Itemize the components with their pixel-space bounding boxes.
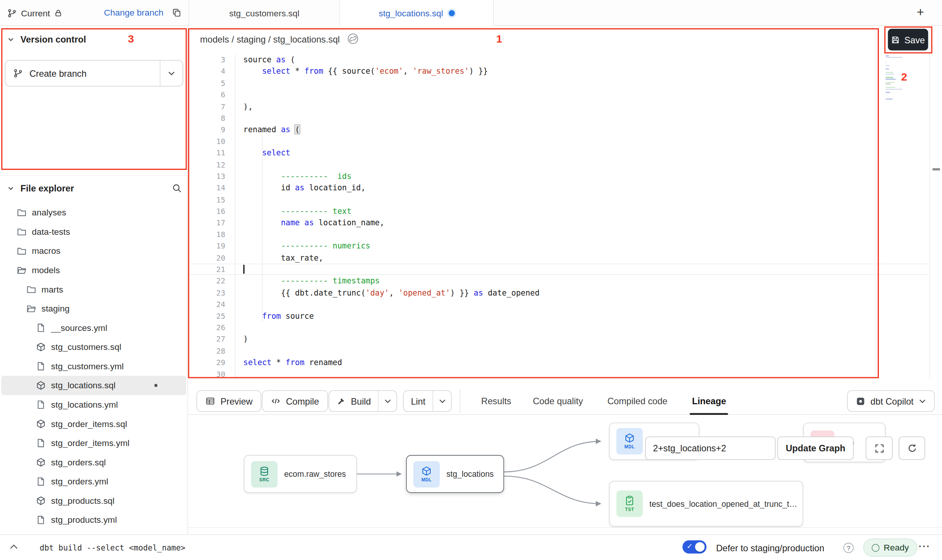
code-line-14[interactable]: 14 id as location_id, bbox=[188, 182, 929, 194]
defer-toggle[interactable]: ✓ bbox=[682, 540, 706, 554]
lineage-selector-input[interactable] bbox=[645, 437, 775, 460]
change-branch-link[interactable]: Change branch bbox=[104, 8, 163, 17]
search-icon[interactable] bbox=[172, 183, 182, 193]
file-item-stg-locations-sql[interactable]: stg_locations.sql bbox=[1, 376, 186, 395]
file-item-data-tests[interactable]: data-tests bbox=[1, 222, 186, 242]
code-line-20[interactable]: 20 tax_rate, bbox=[188, 252, 929, 264]
lineage-node-ecom-raw-stores[interactable]: SRC ecom.raw_stores bbox=[244, 455, 357, 493]
code-line-5[interactable]: 5 bbox=[188, 78, 929, 89]
fullscreen-button[interactable] bbox=[866, 437, 893, 460]
file-item-models[interactable]: models bbox=[1, 261, 186, 280]
file-item-sources-yml[interactable]: __sources.yml bbox=[1, 318, 186, 338]
create-branch-button[interactable]: Create branch bbox=[5, 60, 183, 87]
file-item-stg-products-yml[interactable]: stg_products.yml bbox=[1, 510, 186, 530]
code-line-8[interactable]: 8 bbox=[188, 112, 929, 124]
file-item-stg-locations-yml[interactable]: stg_locations.yml bbox=[1, 395, 186, 414]
file-item-stg-customers-yml[interactable]: stg_customers.yml bbox=[1, 357, 186, 376]
file-item-staging[interactable]: staging bbox=[1, 299, 186, 318]
line-number: 25 bbox=[188, 310, 225, 322]
code-line-24[interactable]: 24 bbox=[188, 299, 929, 310]
line-content: ---------- timestamps bbox=[225, 275, 380, 287]
file-item-stg-orders-yml[interactable]: stg_orders.yml bbox=[1, 472, 186, 491]
file-item-label: stg_customers.yml bbox=[51, 361, 124, 371]
new-tab-button[interactable]: + bbox=[917, 5, 924, 19]
copy-link-icon[interactable] bbox=[347, 33, 358, 44]
tab-stg-customers-sql[interactable]: stg_customers.sql bbox=[189, 0, 340, 26]
model-icon bbox=[36, 496, 46, 505]
file-item-marts[interactable]: marts bbox=[1, 280, 186, 299]
version-control-header[interactable]: Version control bbox=[7, 34, 86, 44]
save-button[interactable]: Save bbox=[888, 29, 928, 51]
line-content: select * from renamed bbox=[225, 357, 342, 369]
preview-button[interactable]: Preview bbox=[197, 390, 262, 412]
current-branch-indicator[interactable]: Current bbox=[7, 0, 63, 26]
code-line-21[interactable]: 21 bbox=[188, 264, 929, 275]
code-line-29[interactable]: 29select * from renamed bbox=[188, 357, 929, 369]
file-item-stg-products-sql[interactable]: stg_products.sql bbox=[1, 491, 186, 511]
tab-compiled-code[interactable]: Compiled code bbox=[607, 395, 668, 406]
code-line-15[interactable]: 15 bbox=[188, 194, 929, 206]
code-line-3[interactable]: 3source as ( bbox=[188, 54, 929, 66]
file-item-stg-order-items-yml[interactable]: stg_order_items.yml bbox=[1, 433, 186, 453]
code-line-30[interactable]: 30 bbox=[188, 369, 929, 380]
refresh-graph-button[interactable] bbox=[899, 437, 925, 460]
file-item-analyses[interactable]: analyses bbox=[1, 203, 186, 222]
build-button[interactable]: Build bbox=[329, 391, 379, 411]
copy-icon[interactable] bbox=[172, 8, 181, 17]
tab-stg-locations-sql[interactable]: stg_locations.sql bbox=[340, 0, 494, 26]
create-branch-dropdown[interactable] bbox=[160, 61, 182, 86]
chevron-down-icon bbox=[168, 71, 174, 75]
lineage-node-test-opened-at[interactable]: TST test_does_location_opened_at_trunc_t… bbox=[609, 481, 803, 527]
line-number: 5 bbox=[188, 78, 225, 89]
tab-lineage[interactable]: Lineage bbox=[692, 395, 726, 406]
code-line-17[interactable]: 17 name as location_name, bbox=[188, 217, 929, 229]
minimap-line bbox=[885, 87, 895, 88]
code-line-26[interactable]: 26 bbox=[188, 322, 929, 334]
dbt-copilot-button[interactable]: dbt Copilot bbox=[847, 390, 934, 412]
lint-dropdown[interactable] bbox=[433, 391, 451, 411]
collapse-panel-chevron-up-icon[interactable] bbox=[10, 544, 18, 549]
update-graph-button[interactable]: Update Graph bbox=[777, 437, 854, 460]
file-item-label: analyses bbox=[32, 208, 66, 217]
build-dropdown[interactable] bbox=[379, 391, 396, 411]
lint-button[interactable]: Lint bbox=[404, 391, 433, 411]
code-line-27[interactable]: 27) bbox=[188, 334, 929, 345]
compile-button[interactable]: Compile bbox=[262, 390, 328, 412]
code-line-6[interactable]: 6 bbox=[188, 89, 929, 101]
code-editor[interactable]: 3source as (4 select * from {{ source('e… bbox=[188, 54, 929, 380]
help-icon[interactable]: ? bbox=[844, 543, 854, 553]
line-number: 6 bbox=[188, 89, 225, 101]
code-line-9[interactable]: 9renamed as ( bbox=[188, 124, 929, 136]
code-line-19[interactable]: 19 ---------- numerics bbox=[188, 240, 929, 252]
file-item-label: macros bbox=[32, 246, 60, 256]
code-line-13[interactable]: 13 ---------- ids bbox=[188, 171, 929, 182]
file-item-stg-order-items-sql[interactable]: stg_order_items.sql bbox=[1, 414, 186, 433]
dbt-cloud-ide: Current Change branch stg_customers.sql … bbox=[0, 0, 942, 560]
status-badge-ready[interactable]: Ready bbox=[863, 539, 917, 557]
code-line-16[interactable]: 16 ---------- text bbox=[188, 206, 929, 217]
file-item-stg-orders-sql[interactable]: stg_orders.sql bbox=[1, 453, 186, 472]
minimap[interactable] bbox=[885, 55, 903, 102]
tab-code-quality[interactable]: Code quality bbox=[533, 395, 583, 406]
file-item-stg-customers-sql[interactable]: stg_customers.sql bbox=[1, 337, 186, 357]
code-line-7[interactable]: 7), bbox=[188, 101, 929, 112]
code-line-22[interactable]: 22 ---------- timestamps bbox=[188, 275, 929, 287]
dbt-command-text[interactable]: dbt build --select <model_name> bbox=[40, 543, 185, 552]
toggle-knob bbox=[695, 542, 704, 552]
text-cursor bbox=[243, 265, 244, 274]
tab-results[interactable]: Results bbox=[481, 395, 511, 406]
file-explorer-header[interactable]: File explorer bbox=[7, 183, 74, 193]
code-line-18[interactable]: 18 bbox=[188, 229, 929, 240]
file-item-macros[interactable]: macros bbox=[1, 241, 186, 261]
code-line-10[interactable]: 10 bbox=[188, 136, 929, 147]
line-content bbox=[225, 194, 243, 206]
more-options-button[interactable]: ⋯ bbox=[918, 539, 930, 553]
code-line-23[interactable]: 23 {{ dbt.date_trunc('day', 'opened_at')… bbox=[188, 287, 929, 299]
code-line-12[interactable]: 12 bbox=[188, 159, 929, 171]
panel-resize-handle[interactable] bbox=[932, 168, 940, 170]
code-line-28[interactable]: 28 bbox=[188, 345, 929, 357]
lineage-node-stg-locations[interactable]: MDL stg_locations bbox=[406, 455, 504, 493]
code-line-4[interactable]: 4 select * from {{ source('ecom', 'raw_s… bbox=[188, 66, 929, 78]
code-line-25[interactable]: 25 from source bbox=[188, 310, 929, 322]
code-line-11[interactable]: 11 select bbox=[188, 147, 929, 159]
